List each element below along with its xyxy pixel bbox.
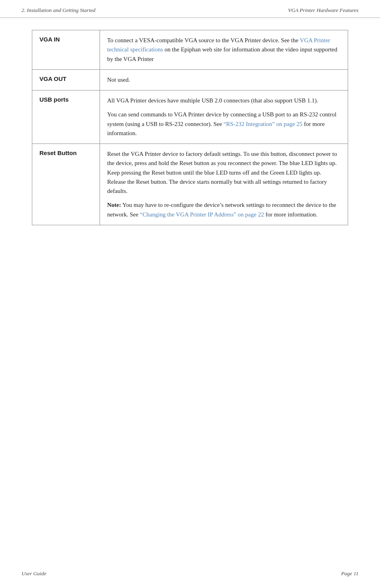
table-row: VGA INTo connect a VESA-compatible VGA s… [32, 30, 348, 70]
term-cell-1: VGA OUT [32, 69, 100, 90]
features-table: VGA INTo connect a VESA-compatible VGA s… [32, 30, 348, 225]
desc-paragraph: Note: You may have to re-configure the d… [107, 201, 341, 219]
desc-paragraph: You can send commands to VGA Printer dev… [107, 110, 341, 138]
page-header: 2. Installation and Getting Started VGA … [0, 0, 380, 18]
desc-cell-0: To connect a VESA-compatible VGA source … [100, 30, 348, 70]
desc-cell-3: Reset the VGA Printer device to factory … [100, 144, 348, 225]
content-area: VGA INTo connect a VESA-compatible VGA s… [0, 18, 380, 249]
term-cell-0: VGA IN [32, 30, 100, 70]
page-footer: User Guide Page 11 [0, 570, 380, 577]
term-cell-3: Reset Button [32, 144, 100, 225]
note-label: Note: [107, 202, 121, 208]
table-row: VGA OUTNot used. [32, 69, 348, 90]
footer-left: User Guide [22, 570, 47, 577]
desc-cell-2: All VGA Printer devices have multiple US… [100, 90, 348, 144]
desc-paragraph: To connect a VESA-compatible VGA source … [107, 36, 341, 64]
footer-right: Page 11 [341, 570, 358, 577]
header-right: VGA Printer Hardware Features [288, 7, 358, 14]
table-row: USB portsAll VGA Printer devices have mu… [32, 90, 348, 144]
inline-link[interactable]: “RS-232 Integration” on page 25 [223, 121, 302, 127]
inline-link[interactable]: “Changing the VGA Printer IP Address” on… [140, 211, 264, 218]
desc-paragraph: Reset the VGA Printer device to factory … [107, 149, 341, 196]
desc-cell-1: Not used. [100, 69, 348, 90]
term-cell-2: USB ports [32, 90, 100, 144]
desc-paragraph: Not used. [107, 75, 341, 85]
inline-link[interactable]: VGA Printer technical specifications [107, 37, 330, 53]
desc-paragraph: All VGA Printer devices have multiple US… [107, 96, 341, 105]
table-row: Reset ButtonReset the VGA Printer device… [32, 144, 348, 225]
header-left: 2. Installation and Getting Started [22, 7, 96, 14]
